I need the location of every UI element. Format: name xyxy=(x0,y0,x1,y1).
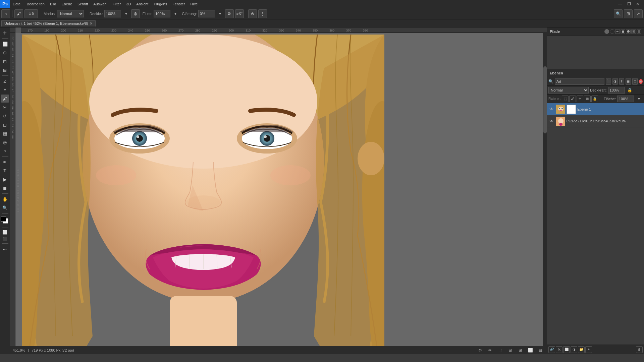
more-tools-btn[interactable]: ••• xyxy=(1,245,9,253)
gradient-tool[interactable]: ▦ xyxy=(1,129,9,137)
brush-tool-icon[interactable]: 🖌 xyxy=(14,9,23,18)
standard-mode-btn[interactable]: ⬜ xyxy=(2,229,8,235)
panel-circle-icon[interactable] xyxy=(604,29,609,34)
symmetry-btn[interactable]: ⊗ xyxy=(248,9,257,18)
opacity-input[interactable] xyxy=(104,10,121,17)
brush-size-btn[interactable]: ⊙ 5 xyxy=(24,9,38,18)
lock-position-btn[interactable]: ✛ xyxy=(577,96,583,102)
text-tool[interactable]: T xyxy=(1,167,9,175)
lasso-tool[interactable]: ⊙ xyxy=(1,49,9,57)
layer-visibility-ebene1[interactable]: 👁 xyxy=(548,106,554,112)
workspace-btn[interactable]: ⊞ xyxy=(624,9,633,18)
hand-tool[interactable]: ✋ xyxy=(1,195,9,203)
pen-tool[interactable]: ✒ xyxy=(1,158,9,166)
doc-tab-close[interactable]: ✕ xyxy=(90,21,93,26)
layer-row-ebene1[interactable]: 👁 Ebene 1 xyxy=(547,103,644,115)
status-icon-7[interactable]: ▦ xyxy=(537,347,544,354)
vertical-scrollbar[interactable] xyxy=(543,33,547,350)
spot-healing-tool[interactable]: ✚ xyxy=(1,86,9,94)
menu-fenster[interactable]: Fenster xyxy=(170,0,187,9)
status-icon-3[interactable]: ⬚ xyxy=(496,347,504,354)
blend-mode-select[interactable]: Normal xyxy=(548,87,589,94)
window-minimize[interactable]: — xyxy=(616,0,624,8)
menu-datei[interactable]: Datei xyxy=(10,0,24,9)
brush-tool[interactable]: 🖌 xyxy=(1,95,9,103)
lock-artboard-btn[interactable]: ⊞ xyxy=(584,96,591,102)
menu-filter[interactable]: Filter xyxy=(110,0,123,9)
move-tool[interactable]: ✛ xyxy=(1,29,9,37)
add-mask-btn[interactable]: ⬜ xyxy=(563,346,570,353)
canvas-background[interactable]: kein Adobe-Dokument xyxy=(15,33,547,354)
angle-btn[interactable]: ⌀ 0° xyxy=(235,9,244,18)
filter-adj-btn[interactable]: ◑ xyxy=(612,78,618,85)
smoothing-input[interactable] xyxy=(198,10,215,17)
filter-type-btn[interactable]: T xyxy=(619,78,625,85)
menu-bearbeiten[interactable]: Bearbeiten xyxy=(24,0,47,9)
menu-ebene[interactable]: Ebene xyxy=(59,0,75,9)
ebenen-search-input[interactable] xyxy=(555,78,604,85)
blur-tool[interactable]: ◎ xyxy=(1,138,9,146)
share-btn[interactable]: ↗ xyxy=(634,9,643,18)
smoothing-dropdown-btn[interactable]: ▾ xyxy=(216,10,224,17)
layer-visibility-bg[interactable]: 👁 xyxy=(548,118,554,124)
panel-rect-icon[interactable]: ◼ xyxy=(621,29,625,34)
home-button[interactable]: ⌂ xyxy=(1,9,10,18)
search-btn[interactable]: 🔍 xyxy=(614,9,623,18)
status-icon-5[interactable]: ⊞ xyxy=(517,347,524,354)
zoom-tool[interactable]: 🔍 xyxy=(1,204,9,212)
menu-plugins[interactable]: Plug-ins xyxy=(151,0,170,9)
panel-circle2-icon[interactable] xyxy=(610,29,614,34)
opacity-dropdown-btn[interactable]: ▾ xyxy=(122,10,130,17)
mode-select[interactable]: Normal xyxy=(57,10,84,17)
foreground-color-swatch[interactable] xyxy=(1,216,6,222)
link-layers-btn[interactable]: 🔗 xyxy=(548,346,555,353)
menu-3d[interactable]: 3D xyxy=(123,0,133,9)
quick-mask-btn[interactable]: ⬛ xyxy=(2,236,8,242)
opacity-lock-btn[interactable]: 🔒 xyxy=(626,86,634,94)
object-select-tool[interactable]: ⊡ xyxy=(1,57,9,65)
status-icon-1[interactable]: ⚙ xyxy=(476,347,484,354)
status-icon-2[interactable]: ✏ xyxy=(486,347,494,354)
filter-pixel-btn[interactable]: ⬛ xyxy=(606,78,611,85)
shape-tool[interactable]: ◼ xyxy=(1,184,9,192)
clone-stamp-tool[interactable]: ✂ xyxy=(1,103,9,111)
menu-schrift[interactable]: Schrift xyxy=(75,0,91,9)
lock-pixel-btn[interactable]: 🖌 xyxy=(569,96,576,102)
add-layer-btn[interactable]: + xyxy=(585,346,592,353)
panel-pen-icon[interactable]: ✒ xyxy=(615,29,620,34)
path-select-tool[interactable]: ▶ xyxy=(1,175,9,183)
smoothing-settings-btn[interactable]: ⚙ xyxy=(225,9,234,18)
lock-transparent-btn[interactable]: ⬚ xyxy=(562,96,569,102)
flow-input[interactable] xyxy=(154,10,170,17)
fill-dropdown-btn[interactable]: ▾ xyxy=(635,95,643,103)
lock-all-btn[interactable]: 🔒 xyxy=(591,96,598,102)
filter-shape-btn[interactable]: ◼ xyxy=(626,78,631,85)
window-close[interactable]: ✕ xyxy=(634,0,641,8)
filter-smart-btn[interactable]: ⊙ xyxy=(632,78,638,85)
history-brush-tool[interactable]: ↺ xyxy=(1,112,9,120)
opacity-input[interactable] xyxy=(608,87,625,94)
add-adjustment-btn[interactable]: ◑ xyxy=(571,346,577,353)
panel-diamond-icon[interactable]: ⬟ xyxy=(626,29,631,34)
doc-tab[interactable]: Unbenannt-1 bei 452% (Ebene 1, Ebenenmas… xyxy=(1,20,96,26)
status-icon-6[interactable]: ⬜ xyxy=(527,347,534,354)
eyedropper-tool[interactable]: ⊿ xyxy=(1,77,9,85)
menu-auswahl[interactable]: Auswahl xyxy=(91,0,110,9)
layer-row-bg[interactable]: 👁 09265c211e010a725e3ba4623a92b5b6 xyxy=(547,115,644,127)
menu-ansicht[interactable]: Ansicht xyxy=(133,0,151,9)
eraser-tool[interactable]: ◻ xyxy=(1,121,9,129)
fill-input[interactable] xyxy=(617,96,634,102)
pressure-btn[interactable]: ⋮ xyxy=(258,9,267,18)
window-restore[interactable]: ❐ xyxy=(625,0,633,8)
canvas-image[interactable] xyxy=(22,35,384,353)
panel-expand-icon[interactable]: ⊞ xyxy=(631,29,636,34)
menu-hilfe[interactable]: Hilfe xyxy=(187,0,200,9)
marquee-tool[interactable]: ⬜ xyxy=(1,40,9,48)
menu-bild[interactable]: Bild xyxy=(47,0,59,9)
delete-layer-btn[interactable]: 🗑 xyxy=(636,346,643,353)
panel-collapse-icon[interactable]: ⊟ xyxy=(637,29,641,34)
flow-dropdown-btn[interactable]: ▾ xyxy=(172,10,179,17)
status-icon-4[interactable]: ⊟ xyxy=(506,347,514,354)
v-scroll-thumb[interactable] xyxy=(543,66,547,133)
canvas-scroll[interactable]: 88 90 92 94 96 98 00 02 04 06 08 10 12 1… xyxy=(10,33,547,354)
